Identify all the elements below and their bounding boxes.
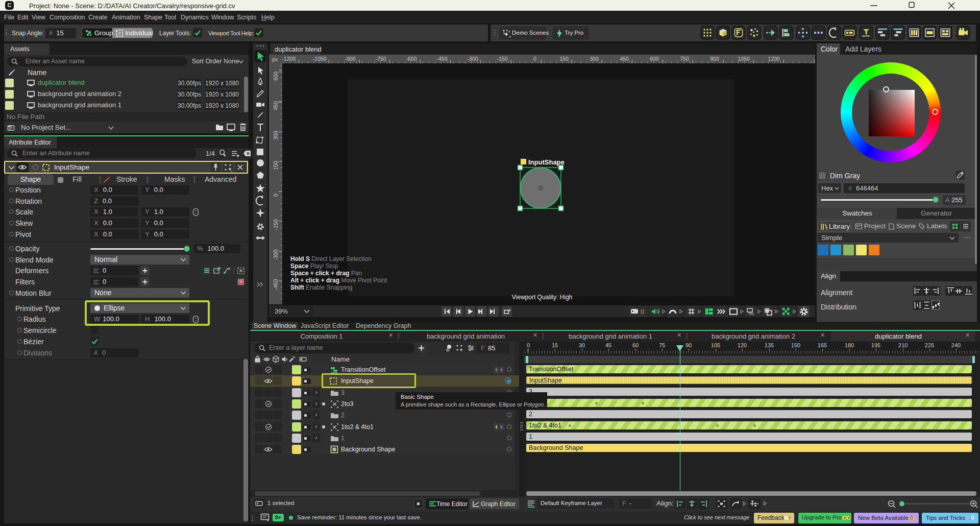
svg-text:InputShape: InputShape — [528, 158, 565, 166]
svg-text:0: 0 — [641, 308, 644, 316]
